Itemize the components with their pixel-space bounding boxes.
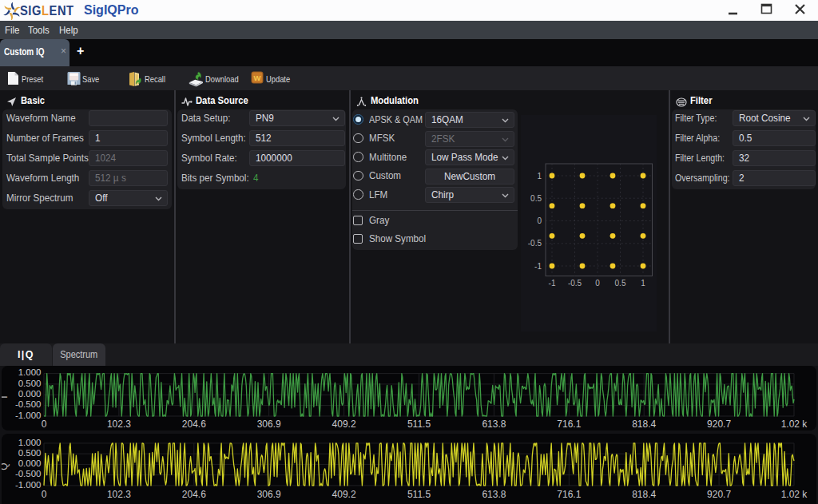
svg-text:1.000: 1.000 [18, 438, 42, 447]
svg-text:-1: -1 [534, 262, 542, 271]
svg-text:-0.5: -0.5 [568, 279, 582, 288]
svg-text:1: 1 [537, 172, 542, 181]
svg-text:409.2: 409.2 [332, 419, 356, 430]
svg-text:409.2: 409.2 [332, 489, 356, 500]
svg-text:306.9: 306.9 [257, 419, 281, 430]
svg-text:818.4: 818.4 [632, 419, 656, 430]
svg-text:511.5: 511.5 [407, 419, 431, 430]
svg-text:1.000: 1.000 [18, 367, 42, 377]
svg-text:306.9: 306.9 [257, 489, 281, 500]
svg-text:818.4: 818.4 [632, 489, 656, 500]
svg-text:W: W [254, 73, 261, 82]
svg-text:0.5: 0.5 [615, 279, 626, 288]
svg-text:1: 1 [641, 279, 645, 288]
svg-text:920.7: 920.7 [707, 419, 731, 430]
svg-text:613.8: 613.8 [482, 419, 506, 430]
svg-text:0.500: 0.500 [18, 379, 42, 388]
svg-text:716.1: 716.1 [557, 489, 581, 500]
svg-text:102.3: 102.3 [107, 419, 131, 430]
svg-text:-1: -1 [549, 279, 556, 288]
svg-text:-1.000: -1.000 [15, 411, 42, 420]
svg-text:204.6: 204.6 [182, 489, 206, 500]
svg-text:0: 0 [42, 419, 47, 430]
svg-text:-1.000: -1.000 [15, 480, 42, 490]
svg-text:-0.500: -0.500 [15, 399, 42, 409]
svg-text:613.8: 613.8 [482, 489, 506, 500]
svg-text:0: 0 [537, 216, 542, 225]
svg-text:0.000: 0.000 [18, 458, 42, 468]
svg-text:Q: Q [2, 462, 10, 470]
svg-text:1.02 k: 1.02 k [781, 419, 808, 430]
svg-text:1.02 k: 1.02 k [781, 489, 808, 500]
svg-text:0.500: 0.500 [18, 448, 42, 458]
svg-text:0.000: 0.000 [18, 389, 42, 399]
svg-text:920.7: 920.7 [707, 489, 731, 500]
svg-text:102.3: 102.3 [107, 489, 131, 500]
svg-text:204.6: 204.6 [182, 419, 206, 430]
svg-text:0: 0 [595, 279, 600, 288]
svg-text:716.1: 716.1 [557, 419, 581, 430]
svg-text:0.5: 0.5 [530, 194, 542, 203]
svg-text:-0.5: -0.5 [528, 239, 542, 248]
svg-text:0: 0 [42, 489, 47, 500]
svg-text:I: I [2, 395, 10, 398]
svg-text:-0.500: -0.500 [15, 469, 42, 478]
svg-text:511.5: 511.5 [407, 489, 431, 500]
